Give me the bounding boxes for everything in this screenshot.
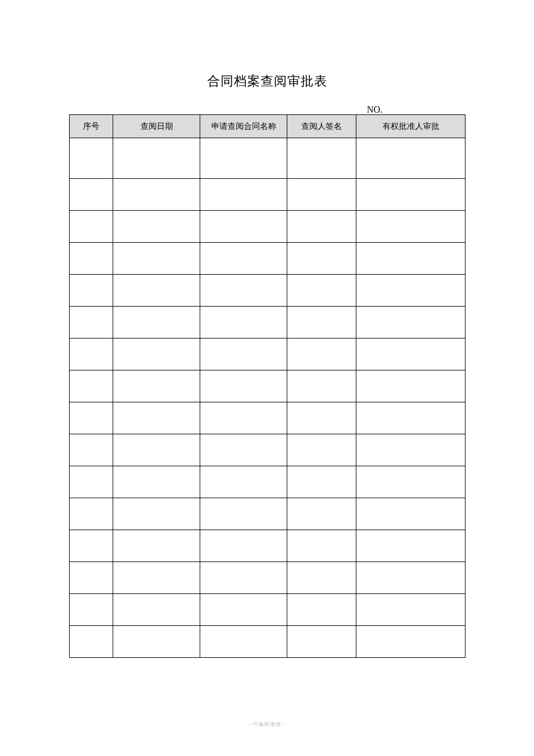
- table-cell: [356, 402, 466, 434]
- table-row: [70, 243, 466, 275]
- table-cell: [70, 138, 113, 179]
- table-cell: [356, 179, 466, 211]
- table-row: [70, 179, 466, 211]
- table-cell: [356, 275, 466, 307]
- table-cell: [113, 402, 200, 434]
- header-date: 查阅日期: [113, 115, 200, 138]
- table-cell: [287, 594, 356, 626]
- table-cell: [70, 562, 113, 594]
- table-cell: [200, 434, 287, 466]
- table-cell: [287, 498, 356, 530]
- table-cell: [200, 211, 287, 243]
- table-header-row: 序号 查阅日期 申请查阅合同名称 查阅人签名 有权批准人审批: [70, 115, 466, 138]
- table-cell: [356, 594, 466, 626]
- table-cell: [287, 275, 356, 307]
- table-cell: [113, 307, 200, 339]
- table-row: [70, 530, 466, 562]
- table-cell: [356, 562, 466, 594]
- table-cell: [113, 466, 200, 498]
- table-cell: [70, 530, 113, 562]
- table-cell: [287, 339, 356, 370]
- table-cell: [70, 307, 113, 339]
- table-cell: [287, 562, 356, 594]
- table-cell: [356, 138, 466, 179]
- table-cell: [200, 530, 287, 562]
- table-cell: [356, 434, 466, 466]
- table-cell: [200, 626, 287, 658]
- table-cell: [287, 466, 356, 498]
- table-cell: [70, 498, 113, 530]
- table-cell: [356, 370, 466, 402]
- page-title: 合同档案查阅审批表: [0, 0, 534, 90]
- table-cell: [70, 179, 113, 211]
- table-row: [70, 370, 466, 402]
- table-cell: [113, 243, 200, 275]
- table-cell: [113, 434, 200, 466]
- table-cell: [113, 339, 200, 370]
- approval-table-wrapper: 序号 查阅日期 申请查阅合同名称 查阅人签名 有权批准人审批: [69, 114, 465, 658]
- table-cell: [356, 307, 466, 339]
- table-cell: [287, 243, 356, 275]
- table-cell: [356, 339, 466, 370]
- table-row: [70, 562, 466, 594]
- table-cell: [356, 626, 466, 658]
- table-cell: [287, 211, 356, 243]
- table-cell: [113, 138, 200, 179]
- table-cell: [356, 243, 466, 275]
- table-cell: [70, 402, 113, 434]
- table-cell: [70, 626, 113, 658]
- table-row: [70, 339, 466, 370]
- table-row: [70, 402, 466, 434]
- table-row: [70, 211, 466, 243]
- table-cell: [70, 370, 113, 402]
- table-cell: [287, 402, 356, 434]
- table-cell: [200, 594, 287, 626]
- table-row: [70, 434, 466, 466]
- table-cell: [200, 370, 287, 402]
- table-cell: [70, 466, 113, 498]
- table-cell: [200, 466, 287, 498]
- table-cell: [113, 498, 200, 530]
- table-row: [70, 466, 466, 498]
- table-cell: [200, 562, 287, 594]
- table-cell: [113, 370, 200, 402]
- table-cell: [200, 307, 287, 339]
- table-row: [70, 138, 466, 179]
- table-cell: [113, 626, 200, 658]
- table-cell: [287, 530, 356, 562]
- table-cell: [113, 179, 200, 211]
- table-cell: [70, 339, 113, 370]
- table-cell: [200, 243, 287, 275]
- table-cell: [70, 434, 113, 466]
- header-approval: 有权批准人审批: [356, 115, 466, 138]
- table-cell: [70, 594, 113, 626]
- table-cell: [200, 498, 287, 530]
- table-row: [70, 594, 466, 626]
- table-cell: [113, 594, 200, 626]
- footer-note: --可编辑修改--: [0, 721, 534, 728]
- approval-table: 序号 查阅日期 申请查阅合同名称 查阅人签名 有权批准人审批: [69, 114, 466, 658]
- table-cell: [356, 530, 466, 562]
- table-cell: [113, 275, 200, 307]
- table-row: [70, 626, 466, 658]
- table-cell: [200, 402, 287, 434]
- table-cell: [287, 626, 356, 658]
- header-contract-name: 申请查阅合同名称: [200, 115, 287, 138]
- table-cell: [200, 339, 287, 370]
- table-cell: [200, 138, 287, 179]
- table-cell: [200, 179, 287, 211]
- header-signature: 查阅人签名: [287, 115, 356, 138]
- table-cell: [200, 275, 287, 307]
- table-cell: [113, 530, 200, 562]
- table-row: [70, 307, 466, 339]
- table-cell: [287, 370, 356, 402]
- table-cell: [287, 138, 356, 179]
- table-cell: [70, 211, 113, 243]
- table-cell: [356, 466, 466, 498]
- number-label: NO.: [367, 105, 383, 115]
- table-cell: [70, 275, 113, 307]
- table-row: [70, 498, 466, 530]
- table-cell: [287, 179, 356, 211]
- table-row: [70, 275, 466, 307]
- table-cell: [356, 211, 466, 243]
